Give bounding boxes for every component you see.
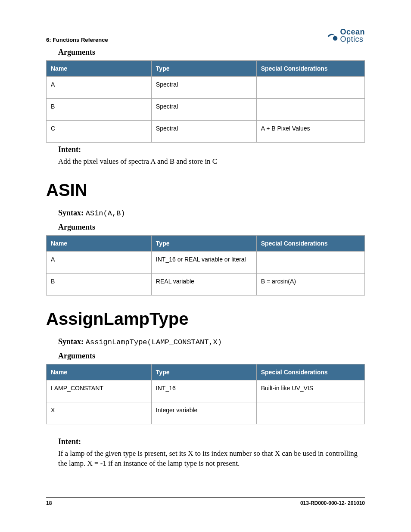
- document-id: 013-RD000-000-12- 201010: [300, 500, 365, 506]
- cell-spec: [256, 402, 364, 424]
- syntax-code: AssignLampType(LAMP_CONSTANT,X): [86, 338, 222, 346]
- syntax-line: Syntax: AssignLampType(LAMP_CONSTANT,X): [58, 337, 365, 346]
- col-header-name: Name: [47, 61, 152, 77]
- wave-icon: [326, 29, 339, 42]
- cell-name: B: [47, 274, 152, 296]
- args1-body: ASpectralBSpectralCSpectralA + B Pixel V…: [47, 77, 365, 143]
- cell-name: X: [47, 402, 152, 424]
- function-title: ASIN: [46, 180, 365, 200]
- args3-body: LAMP_CONSTANTINT_16Built-in like UV_VISX…: [47, 380, 365, 424]
- cell-type: Integer variable: [151, 402, 256, 424]
- cell-type: INT_16 or REAL variable or literal: [151, 252, 256, 274]
- page-header: 6: Functions Reference Ocean Optics: [46, 28, 365, 45]
- syntax-line: Syntax: ASin(A,B): [58, 208, 365, 218]
- section-asin: ASIN Syntax: ASin(A,B) Arguments Name Ty…: [46, 180, 365, 296]
- intent-text: Add the pixel values of spectra A and B …: [58, 157, 365, 167]
- table-row: ASpectral: [47, 77, 365, 99]
- cell-type: Spectral: [151, 77, 256, 99]
- cell-name: B: [47, 99, 152, 121]
- arguments-table: Name Type Special Considerations LAMP_CO…: [46, 364, 365, 424]
- cell-spec: [256, 77, 364, 99]
- intent-heading: Intent:: [58, 437, 365, 446]
- section-assignlamptype: AssignLampType Syntax: AssignLampType(LA…: [46, 309, 365, 469]
- col-header-type: Type: [151, 236, 256, 252]
- cell-spec: [256, 99, 364, 121]
- table-row: BSpectral: [47, 99, 365, 121]
- table-row: AINT_16 or REAL variable or literal: [47, 252, 365, 274]
- arguments-table: Name Type Special Considerations AINT_16…: [46, 235, 365, 296]
- cell-name: A: [47, 77, 152, 99]
- cell-spec: B = arcsin(A): [256, 274, 364, 296]
- col-header-name: Name: [47, 236, 152, 252]
- logo-text-bottom: Optics: [340, 36, 365, 43]
- cell-name: A: [47, 252, 152, 274]
- chapter-title: 6: Functions Reference: [46, 37, 108, 43]
- syntax-code: ASin(A,B): [86, 209, 125, 218]
- page-footer: 18 013-RD000-000-12- 201010: [46, 497, 365, 506]
- cell-name: LAMP_CONSTANT: [47, 380, 152, 402]
- cell-spec: Built-in like UV_VIS: [256, 380, 364, 402]
- cell-spec: [256, 252, 364, 274]
- table-row: CSpectralA + B Pixel Values: [47, 121, 365, 143]
- syntax-label: Syntax:: [58, 208, 84, 217]
- col-header-name: Name: [47, 364, 152, 380]
- col-header-type: Type: [151, 61, 256, 77]
- arguments-heading: Arguments: [58, 48, 365, 57]
- col-header-type: Type: [151, 364, 256, 380]
- cell-type: REAL variable: [151, 274, 256, 296]
- arguments-heading: Arguments: [58, 352, 365, 361]
- arguments-heading: Arguments: [58, 223, 365, 232]
- page-number: 18: [46, 500, 52, 506]
- table-row: LAMP_CONSTANTINT_16Built-in like UV_VIS: [47, 380, 365, 402]
- page-content: 6: Functions Reference Ocean Optics Argu…: [0, 0, 411, 469]
- section-add-continuation: Arguments Name Type Special Consideratio…: [46, 48, 365, 167]
- args2-body: AINT_16 or REAL variable or literalBREAL…: [47, 252, 365, 296]
- syntax-label: Syntax:: [58, 337, 84, 346]
- cell-type: Spectral: [151, 99, 256, 121]
- col-header-spec: Special Considerations: [256, 364, 364, 380]
- table-row: XInteger variable: [47, 402, 365, 424]
- cell-type: INT_16: [151, 380, 256, 402]
- cell-spec: A + B Pixel Values: [256, 121, 364, 143]
- cell-type: Spectral: [151, 121, 256, 143]
- function-title: AssignLampType: [46, 309, 365, 329]
- arguments-table: Name Type Special Considerations ASpectr…: [46, 60, 365, 143]
- intent-heading: Intent:: [58, 145, 365, 154]
- col-header-spec: Special Considerations: [256, 236, 364, 252]
- brand-logo: Ocean Optics: [326, 28, 365, 43]
- cell-name: C: [47, 121, 152, 143]
- col-header-spec: Special Considerations: [256, 61, 364, 77]
- table-row: BREAL variableB = arcsin(A): [47, 274, 365, 296]
- intent-text: If a lamp of the given type is present, …: [58, 449, 365, 469]
